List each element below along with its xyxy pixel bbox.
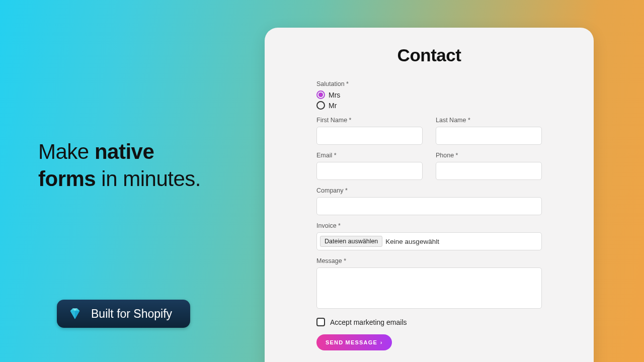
message-textarea[interactable] xyxy=(316,267,542,309)
salutation-group: Salutation * Mrs Mr xyxy=(316,80,542,110)
form-title: Contact xyxy=(290,45,569,65)
chevron-right-icon: › xyxy=(380,340,383,345)
company-input[interactable] xyxy=(316,197,542,215)
file-status-text: Keine ausgewählt xyxy=(385,238,439,245)
marketing-checkbox-row[interactable]: Accept marketing emails xyxy=(316,318,542,326)
invoice-file-input[interactable]: Dateien auswählen Keine ausgewählt xyxy=(316,232,542,250)
hero-line1-bold: native xyxy=(95,140,154,163)
email-input[interactable] xyxy=(316,162,423,180)
radio-mrs[interactable]: Mrs xyxy=(316,90,542,99)
diamond-icon xyxy=(68,307,82,321)
badge-label: Built for Shopify xyxy=(91,307,172,321)
message-label: Message * xyxy=(316,257,542,264)
send-message-button[interactable]: SEND MESSAGE › xyxy=(316,334,392,350)
salutation-label: Salutation * xyxy=(316,80,542,87)
hero-line1-plain: Make xyxy=(38,140,95,163)
email-label: Email * xyxy=(316,152,423,159)
last-name-input[interactable] xyxy=(436,127,542,145)
first-name-label: First Name * xyxy=(316,117,423,124)
marketing-label: Accept marketing emails xyxy=(330,318,407,326)
contact-form-card: Contact Salutation * Mrs Mr First Name *… xyxy=(265,28,594,362)
svg-marker-3 xyxy=(70,311,75,319)
radio-mr-label: Mr xyxy=(329,102,337,110)
built-for-shopify-badge: Built for Shopify xyxy=(57,300,190,328)
hero-headline: Make native forms in minutes. xyxy=(38,138,201,193)
hero-line2-plain: in minutes. xyxy=(96,167,201,191)
radio-icon xyxy=(316,101,325,110)
phone-input[interactable] xyxy=(436,162,542,180)
invoice-label: Invoice * xyxy=(316,222,542,229)
hero-line2-bold: forms xyxy=(38,167,96,191)
radio-mr[interactable]: Mr xyxy=(316,101,542,110)
last-name-label: Last Name * xyxy=(436,117,542,124)
checkbox-icon xyxy=(316,318,325,326)
radio-icon xyxy=(316,90,325,99)
submit-label: SEND MESSAGE xyxy=(326,339,377,345)
company-label: Company * xyxy=(316,187,542,194)
first-name-input[interactable] xyxy=(316,127,423,145)
phone-label: Phone * xyxy=(436,152,542,159)
file-choose-button[interactable]: Dateien auswählen xyxy=(320,236,382,247)
radio-mrs-label: Mrs xyxy=(329,91,340,99)
